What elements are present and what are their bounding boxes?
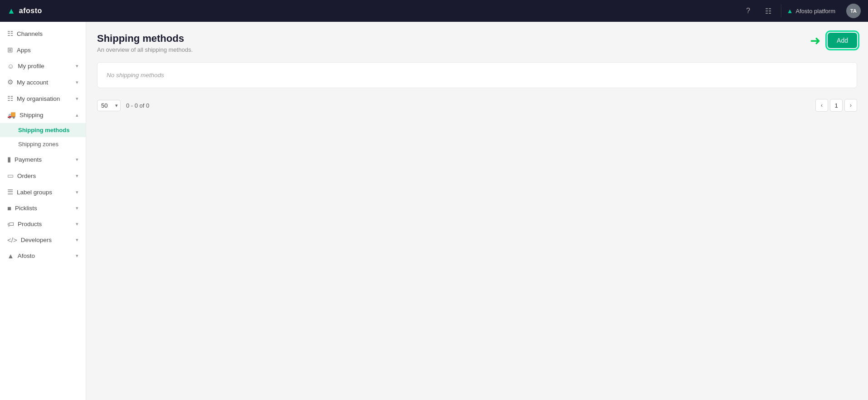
add-button[interactable]: Add [828, 33, 857, 48]
sidebar-item-shipping-zones[interactable]: Shipping zones [0, 137, 86, 151]
pagination-left: 10 25 50 100 0 - 0 of 0 [97, 100, 149, 111]
chevron-down-icon: ▾ [76, 96, 78, 102]
sidebar-item-payments[interactable]: ▮ Payments ▾ [0, 151, 86, 168]
sidebar-item-label: Orders [17, 173, 36, 179]
arrow-annotation: ➜ [810, 33, 820, 48]
chevron-down-icon: ▾ [76, 221, 78, 227]
header-right: ➜ Add [810, 33, 857, 48]
sidebar-item-label: My organisation [17, 95, 60, 102]
chevron-down-icon: ▾ [76, 205, 78, 211]
afosto-triangle-icon: ▲ [787, 7, 793, 15]
current-page: 1 [830, 99, 843, 112]
chevron-down-icon: ▾ [76, 253, 78, 259]
platform-button[interactable]: ▲ Afosto platform [781, 5, 841, 17]
sidebar-item-label: Afosto [18, 252, 35, 259]
developers-icon: </> [7, 236, 17, 244]
chevron-left-icon: ‹ [821, 102, 823, 109]
main-content: Shipping methods An overview of all ship… [86, 22, 868, 400]
help-icon: ? [746, 7, 750, 15]
sidebar-item-orders[interactable]: ▭ Orders ▾ [0, 168, 86, 184]
person-icon: ☺ [7, 62, 14, 70]
sidebar-item-label: Developers [21, 237, 52, 243]
sidebar-item-label: My profile [18, 63, 44, 69]
topnav-right: ? ☷ ▲ Afosto platform TA [741, 4, 861, 18]
sidebar-item-label: Label groups [17, 189, 52, 196]
sidebar-item-apps[interactable]: ⊞ Apps [0, 42, 86, 58]
sidebar-item-products[interactable]: 🏷 Products ▾ [0, 216, 86, 232]
products-icon: 🏷 [7, 220, 14, 228]
apps-icon: ⊞ [7, 46, 13, 54]
sidebar-item-shipping-methods[interactable]: Shipping methods [0, 123, 86, 137]
sidebar-item-my-organisation[interactable]: ☷ My organisation ▾ [0, 90, 86, 107]
sidebar-item-label: Products [18, 221, 42, 227]
shipping-methods-label: Shipping methods [18, 127, 69, 133]
per-page-select[interactable]: 10 25 50 100 [97, 100, 121, 111]
logo-area: ▲ afosto [7, 6, 42, 16]
chat-icon: ☷ [765, 7, 771, 15]
sidebar-item-channels[interactable]: ☷ Channels [0, 25, 86, 42]
channels-icon: ☷ [7, 30, 13, 38]
avatar[interactable]: TA [846, 4, 861, 18]
chevron-right-icon: › [850, 102, 852, 109]
logo-icon: ▲ [7, 6, 15, 16]
page-subtitle: An overview of all shipping methods. [97, 46, 193, 53]
page-header-text: Shipping methods An overview of all ship… [97, 33, 193, 53]
sidebar-item-my-profile[interactable]: ☺ My profile ▾ [0, 58, 86, 74]
sidebar: ☷ Channels ⊞ Apps ☺ My profile ▾ ⚙ My ac… [0, 22, 86, 400]
sidebar-item-label: Channels [17, 30, 43, 37]
empty-message: No shipping methods [107, 72, 848, 79]
sidebar-item-afosto[interactable]: ▲ Afosto ▾ [0, 248, 86, 264]
chevron-down-icon: ▾ [76, 237, 78, 243]
payments-icon: ▮ [7, 155, 11, 163]
chevron-down-icon: ▾ [76, 79, 78, 85]
chat-button[interactable]: ☷ [761, 4, 775, 18]
picklists-icon: ■ [7, 204, 11, 212]
pagination-right: ‹ 1 › [815, 99, 857, 112]
sidebar-item-label: Shipping [20, 112, 44, 119]
per-page-wrapper: 10 25 50 100 [97, 100, 121, 111]
orders-icon: ▭ [7, 172, 14, 180]
gear-icon: ⚙ [7, 78, 13, 86]
page-header: Shipping methods An overview of all ship… [97, 33, 857, 53]
page-title: Shipping methods [97, 33, 193, 44]
shipping-zones-label: Shipping zones [18, 141, 59, 148]
next-page-button[interactable]: › [844, 99, 857, 112]
label-groups-icon: ☰ [7, 188, 13, 196]
sidebar-item-label: My account [17, 79, 48, 86]
chevron-up-icon: ▴ [76, 112, 78, 118]
sidebar-item-label: Apps [17, 47, 31, 54]
sidebar-item-label: Picklists [15, 205, 37, 212]
sidebar-item-label: Payments [15, 156, 42, 163]
layout: ☷ Channels ⊞ Apps ☺ My profile ▾ ⚙ My ac… [0, 22, 868, 400]
afosto-icon: ▲ [7, 252, 14, 260]
sidebar-item-developers[interactable]: </> Developers ▾ [0, 232, 86, 248]
chevron-down-icon: ▾ [76, 189, 78, 195]
prev-page-button[interactable]: ‹ [815, 99, 828, 112]
chevron-down-icon: ▾ [76, 63, 78, 69]
help-button[interactable]: ? [741, 4, 756, 18]
chevron-down-icon: ▾ [76, 157, 78, 163]
organisation-icon: ☷ [7, 94, 13, 103]
sidebar-item-label-groups[interactable]: ☰ Label groups ▾ [0, 184, 86, 200]
pagination-bar: 10 25 50 100 0 - 0 of 0 ‹ 1 › [97, 95, 857, 115]
shipping-methods-card: No shipping methods [97, 62, 857, 88]
count-text: 0 - 0 of 0 [126, 102, 149, 109]
top-navigation: ▲ afosto ? ☷ ▲ Afosto platform TA [0, 0, 868, 22]
truck-icon: 🚚 [7, 111, 16, 119]
platform-label: Afosto platform [796, 8, 835, 15]
sidebar-item-picklists[interactable]: ■ Picklists ▾ [0, 200, 86, 216]
chevron-down-icon: ▾ [76, 173, 78, 179]
sidebar-item-my-account[interactable]: ⚙ My account ▾ [0, 74, 86, 90]
sidebar-item-shipping[interactable]: 🚚 Shipping ▴ [0, 107, 86, 123]
logo-text: afosto [19, 7, 42, 15]
